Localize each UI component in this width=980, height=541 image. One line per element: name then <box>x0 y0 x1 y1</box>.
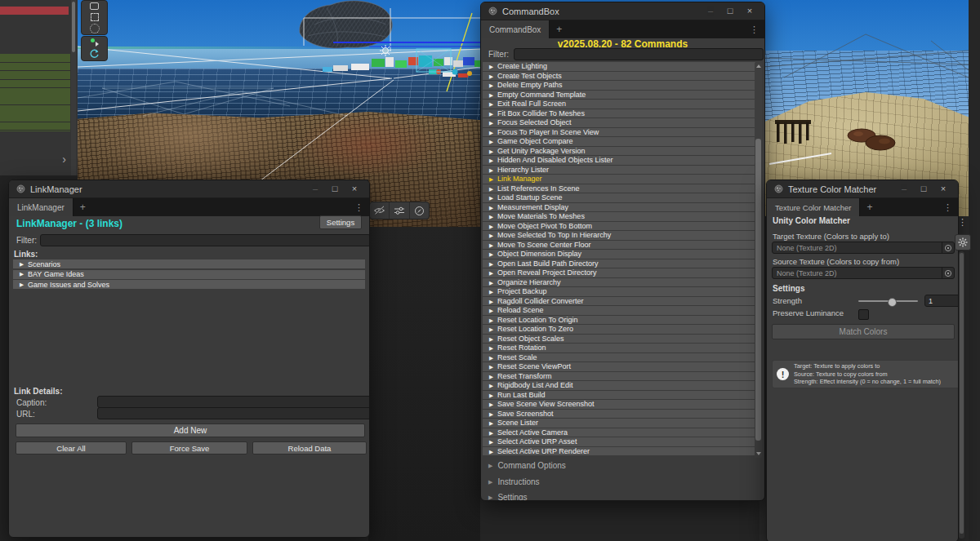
tab-linkmanager[interactable]: LinkManager <box>9 198 74 216</box>
hierarchy-row-red[interactable] <box>0 7 69 15</box>
command-item[interactable]: ▶ Fit Box Collider To Meshes <box>483 109 755 118</box>
command-item[interactable]: ▶ Reset Location To Origin <box>483 316 755 325</box>
maximize-button[interactable]: □ <box>723 7 737 16</box>
view-tool-button[interactable] <box>82 2 106 11</box>
tab-commandbox[interactable]: CommandBox <box>481 20 550 38</box>
source-texture-field[interactable]: None (Texture 2D) <box>772 267 955 279</box>
foldout-instructions[interactable]: ▶ Instructions <box>488 477 540 486</box>
scrollbar-thumb[interactable] <box>755 139 761 441</box>
command-item[interactable]: ▶ Select Active Camera <box>483 428 755 437</box>
settings-button[interactable]: Settings <box>319 215 362 229</box>
panel-menu-icon[interactable]: ⋮ <box>958 217 967 228</box>
scrollbar-thumb[interactable] <box>72 2 75 52</box>
scene-camera-button[interactable] <box>410 202 429 219</box>
command-item[interactable]: ▶ Select Active URP Renderer <box>483 447 755 456</box>
command-item[interactable]: ▶ Open Reveal Project Directory <box>483 268 755 277</box>
command-item[interactable]: ▶ Reset Scene ViewPort <box>483 362 755 371</box>
command-item[interactable]: ▶ Organize Hierarchy <box>483 278 755 287</box>
command-item[interactable]: ▶ Create Lighting <box>483 62 755 71</box>
target-texture-field[interactable]: None (Texture 2D) <box>772 242 955 254</box>
strength-slider[interactable] <box>858 300 918 302</box>
close-button[interactable]: × <box>347 184 362 193</box>
command-item[interactable]: ▶ Exit Real Full Screen <box>483 100 755 109</box>
maximize-button[interactable]: □ <box>916 184 931 193</box>
command-item[interactable]: ▶ Hierarchy Lister <box>483 166 755 175</box>
object-picker-button[interactable] <box>942 242 954 253</box>
command-item[interactable]: ▶ Load Startup Scene <box>483 193 755 202</box>
close-button[interactable]: × <box>936 184 951 193</box>
command-item[interactable]: ▶ Move Object Pivot To Bottom <box>483 222 755 231</box>
reload-data-button[interactable]: Reload Data <box>252 441 367 455</box>
filter-input[interactable] <box>40 234 370 246</box>
sphere-gizmo-tool-button[interactable] <box>82 24 106 33</box>
command-item[interactable]: ▶ Save Scene View Screenshot <box>483 400 755 409</box>
command-item[interactable]: ▶ Focus To Player In Scene View <box>483 128 755 137</box>
link-item[interactable]: ▶ BAY Game Ideas <box>13 270 365 279</box>
linkmanager-titlebar[interactable]: LinkManager – □ × <box>9 180 369 198</box>
slider-thumb[interactable] <box>888 298 897 307</box>
chevron-right-icon[interactable]: › <box>62 153 66 165</box>
command-item[interactable]: ▶ Project Backup <box>483 287 755 296</box>
command-item[interactable]: ▶ Reset Transform <box>483 372 755 381</box>
commandbox-titlebar[interactable]: CommandBox – □ × <box>481 2 764 20</box>
strength-value-field[interactable] <box>924 295 959 307</box>
command-item[interactable]: ▶ Run Last Build <box>483 391 755 400</box>
scene-filters-button[interactable] <box>390 202 409 219</box>
command-item[interactable]: ▶ Move Materials To Meshes <box>483 212 755 221</box>
scroll-up-icon[interactable] <box>756 64 761 68</box>
tab-menu-icon[interactable]: ⋮ <box>744 20 764 38</box>
command-item[interactable]: ▶ Object Dimension Display <box>483 250 755 259</box>
command-item[interactable]: ▶ Select Active URP Asset <box>483 437 755 446</box>
command-item[interactable]: ▶ Move Selected To Top In Hierarchy <box>483 231 755 240</box>
right-panel-scrollbar[interactable] <box>959 251 964 539</box>
maximize-button[interactable]: □ <box>327 184 342 193</box>
command-item[interactable]: ▶ Game Object Compare <box>483 137 755 146</box>
inspector-gear-button[interactable] <box>955 234 971 251</box>
command-item[interactable]: ▶ Reload Scene <box>483 306 755 315</box>
hierarchy-rows-green[interactable] <box>0 54 70 131</box>
command-item[interactable]: ▶ Hidden And Disabled Objects Lister <box>483 156 755 165</box>
url-input[interactable] <box>97 407 370 419</box>
foldout-command-options[interactable]: ▶ Command Options <box>488 461 566 470</box>
command-list-scrollbar[interactable] <box>755 62 762 458</box>
command-item[interactable]: ▶ Reset Scale <box>483 353 755 362</box>
command-item[interactable]: ▶ Reset Object Scales <box>483 335 755 344</box>
foldout-settings[interactable]: ▶ Settings <box>488 493 528 501</box>
command-item[interactable]: ▶ Get Unity Package Version <box>483 147 755 156</box>
command-item[interactable]: ▶ Link Manager <box>483 175 755 184</box>
rect-select-tool-button[interactable] <box>82 12 106 22</box>
new-tab-button[interactable]: + <box>74 198 92 216</box>
command-item[interactable]: ▶ Focus Selected Object <box>483 118 755 127</box>
command-item[interactable]: ▶ Reset Location To Zero <box>483 325 755 334</box>
texture-matcher-titlebar[interactable]: Texture Color Matcher – □ × <box>767 180 958 198</box>
filter-input[interactable] <box>514 48 764 60</box>
command-item[interactable]: ▶ Reset Rotation <box>483 344 755 353</box>
tab-menu-icon[interactable]: ⋮ <box>938 198 958 216</box>
close-button[interactable]: × <box>742 7 757 16</box>
orbit-tool-button[interactable] <box>82 50 106 60</box>
new-tab-button[interactable]: + <box>860 198 879 216</box>
clear-all-button[interactable]: Clear All <box>16 441 127 455</box>
hierarchy-panel[interactable]: › <box>0 0 78 175</box>
minimize-button[interactable]: – <box>703 7 718 16</box>
command-item[interactable]: ▶ Empty Command Template <box>483 91 755 100</box>
link-item[interactable]: ▶ Scenarios <box>13 259 365 268</box>
force-save-button[interactable]: Force Save <box>131 441 247 455</box>
preserve-luminance-checkbox[interactable] <box>858 309 869 320</box>
hierarchy-scrollbar[interactable] <box>71 0 76 175</box>
object-picker-button[interactable] <box>942 268 954 278</box>
command-item[interactable]: ▶ Ragdoll Collider Converter <box>483 297 755 306</box>
command-item[interactable]: ▶ Rigidbody List And Edit <box>483 381 755 390</box>
command-item[interactable]: ▶ List References In Scene <box>483 184 755 193</box>
new-tab-button[interactable]: + <box>550 20 568 38</box>
link-item[interactable]: ▶ Game Issues and Solves <box>13 280 365 289</box>
command-item[interactable]: ▶ Move To Scene Center Floor <box>483 241 755 250</box>
command-item[interactable]: ▶ Measurement Display <box>483 203 755 212</box>
gizmo-visibility-button[interactable] <box>370 202 390 219</box>
command-item[interactable]: ▶ Scene Lister <box>483 419 755 428</box>
command-item[interactable]: ▶ Create Test Objects <box>483 72 755 81</box>
tab-menu-icon[interactable]: ⋮ <box>349 198 369 216</box>
add-new-button[interactable]: Add New <box>16 423 365 437</box>
match-colors-button[interactable]: Match Colors <box>772 324 955 339</box>
caption-input[interactable] <box>97 396 370 408</box>
